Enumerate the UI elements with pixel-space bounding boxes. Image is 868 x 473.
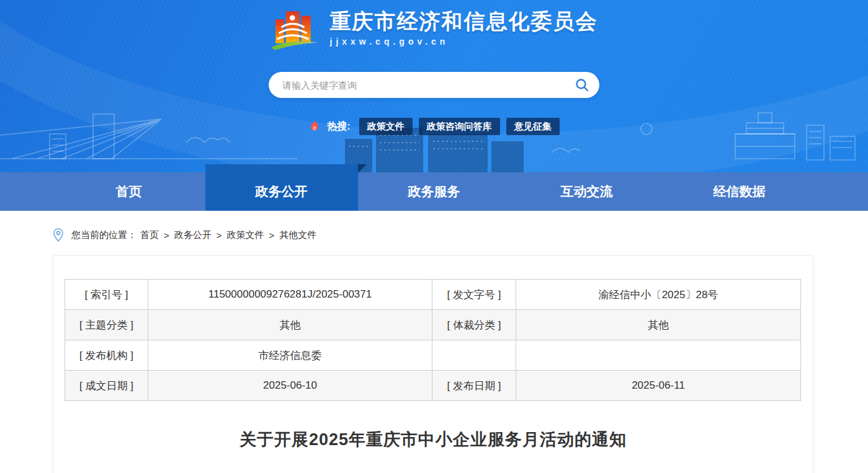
meta-value-topic-category: 其他 <box>148 310 432 340</box>
main-nav: 首页 政务公开 政务服务 互动交流 经信数据 <box>0 172 868 211</box>
nav-item-gov-disclosure[interactable]: 政务公开 <box>205 164 358 211</box>
breadcrumb-home[interactable]: 首页 <box>140 229 159 241</box>
flame-icon <box>308 120 321 133</box>
site-header: 重庆市经济和信息化委员会 jjxxw.cq.gov.cn 热搜: 政策文件 政策… <box>0 0 868 172</box>
search-icon <box>575 77 589 92</box>
breadcrumb-separator: > <box>215 230 223 241</box>
location-pin-icon <box>53 228 64 242</box>
hot-search-policy-files[interactable]: 政策文件 <box>359 118 413 135</box>
site-logo[interactable]: 重庆市经济和信息化委员会 jjxxw.cq.gov.cn <box>0 0 868 57</box>
breadcrumb-policy-files[interactable]: 政策文件 <box>227 229 264 241</box>
search-button[interactable] <box>571 74 593 96</box>
site-title: 重庆市经济和信息化委员会 <box>330 7 598 35</box>
table-row: [ 主题分类 ] 其他 [ 体裁分类 ] 其他 <box>65 310 801 340</box>
hot-search-bar: 热搜: 政策文件 政策咨询问答库 意见征集 <box>0 118 868 135</box>
meta-value-index-number: 11500000009276281J/2025-00371 <box>148 280 432 310</box>
hot-search-policy-qa[interactable]: 政策咨询问答库 <box>419 118 500 135</box>
meta-value-empty <box>516 340 801 371</box>
meta-label-genre-category: [ 体裁分类 ] <box>432 310 516 340</box>
hot-search-label: 热搜: <box>327 120 350 133</box>
document-meta-table: [ 索引号 ] 11500000009276281J/2025-00371 [ … <box>65 279 801 401</box>
search-input[interactable] <box>282 80 571 91</box>
logo-building-icon <box>271 7 320 57</box>
meta-label-doc-number: [ 发文字号 ] <box>432 280 516 310</box>
table-row: [ 索引号 ] 11500000009276281J/2025-00371 [ … <box>65 280 801 310</box>
meta-label-index-number: [ 索引号 ] <box>65 280 148 310</box>
nav-item-gov-services[interactable]: 政务服务 <box>358 172 511 211</box>
document-card: [ 索引号 ] 11500000009276281J/2025-00371 [ … <box>53 255 813 473</box>
site-url: jjxxw.cq.gov.cn <box>330 37 598 46</box>
hot-search-opinions[interactable]: 意见征集 <box>506 118 560 135</box>
meta-value-written-date: 2025-06-10 <box>148 371 432 401</box>
meta-value-doc-number: 渝经信中小〔2025〕28号 <box>516 280 801 310</box>
meta-value-publish-date: 2025-06-11 <box>516 371 801 401</box>
article-title: 关于开展2025年重庆市中小企业服务月活动的通知 <box>53 428 813 451</box>
breadcrumb-separator: > <box>268 230 276 241</box>
search-bar <box>269 72 599 98</box>
meta-label-publish-date: [ 发布日期 ] <box>432 371 516 401</box>
meta-label-issuing-agency: [ 发布机构 ] <box>65 340 148 371</box>
breadcrumb-other-files[interactable]: 其他文件 <box>279 229 316 241</box>
meta-label-topic-category: [ 主题分类 ] <box>65 310 148 340</box>
meta-label-empty <box>432 340 516 371</box>
nav-item-economic-data[interactable]: 经信数据 <box>663 172 816 211</box>
breadcrumb-prefix: 您当前的位置： <box>71 229 136 241</box>
table-row: [ 成文日期 ] 2025-06-10 [ 发布日期 ] 2025-06-11 <box>65 371 801 401</box>
meta-label-written-date: [ 成文日期 ] <box>65 371 148 401</box>
nav-item-interaction[interactable]: 互动交流 <box>511 172 663 211</box>
meta-value-genre-category: 其他 <box>516 310 801 340</box>
city-skyline-decoration <box>0 98 868 172</box>
nav-item-home[interactable]: 首页 <box>53 172 205 211</box>
breadcrumb-gov-disclosure[interactable]: 政务公开 <box>174 229 212 241</box>
meta-value-issuing-agency: 市经济信息委 <box>148 340 432 371</box>
table-row: [ 发布机构 ] 市经济信息委 <box>65 340 801 371</box>
breadcrumb-separator: > <box>163 230 171 241</box>
breadcrumb: 您当前的位置： 首页 > 政务公开 > 政策文件 > 其他文件 <box>53 227 868 243</box>
